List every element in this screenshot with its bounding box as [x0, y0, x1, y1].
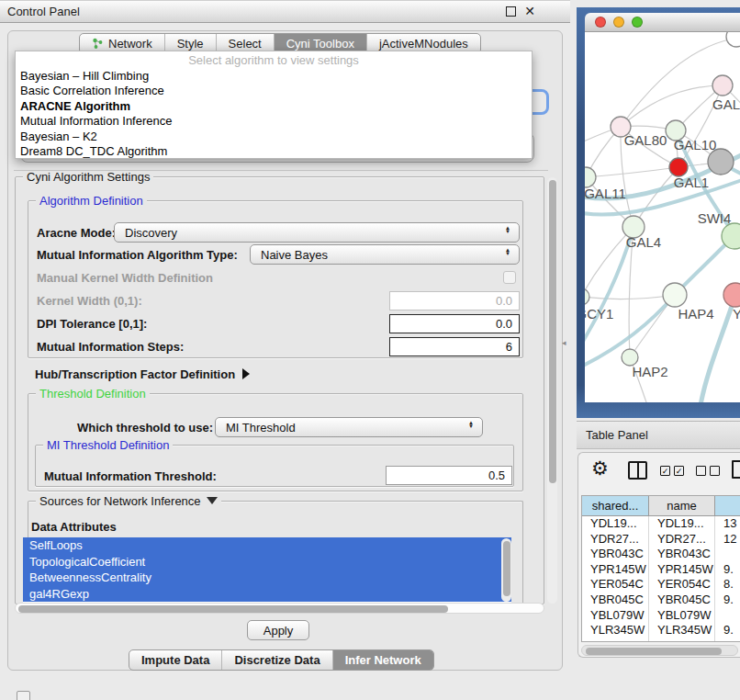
dpi-tolerance-field[interactable]: 0.0	[389, 314, 520, 333]
attribute-list-item[interactable]: SelfLoops	[23, 537, 511, 554]
data-attributes-label: Data Attributes	[31, 520, 117, 534]
split-columns-icon[interactable]	[628, 461, 647, 480]
expanded-arrow-icon	[207, 497, 218, 504]
table-cell: YDR27...	[582, 532, 648, 548]
sources-group-title[interactable]: Sources for Network Inference	[36, 494, 221, 508]
table-header-row: shared...name	[582, 496, 740, 516]
table-cell: 9.	[714, 593, 740, 608]
table-cell	[714, 547, 740, 562]
table-horizontal-scrollbar[interactable]	[581, 645, 738, 656]
close-icon[interactable]: ✕	[524, 6, 535, 17]
algorithm-option[interactable]: Bayesian – Hill Climbing	[16, 69, 532, 84]
checked-checkbox-icon[interactable]: ✓	[674, 466, 684, 476]
control-panel-titlebar: Control Panel ✕	[0, 0, 570, 23]
tab-discretize-data[interactable]: Discretize Data	[221, 650, 331, 670]
zoom-traffic-light-icon[interactable]	[632, 17, 643, 28]
table-row[interactable]: YIL052CYIL052C0	[582, 638, 740, 642]
network-edge[interactable]	[586, 167, 678, 177]
network-node-label: GAL1	[674, 175, 709, 190]
tab-infer-network[interactable]: Infer Network	[332, 650, 433, 670]
network-node-gal11[interactable]	[585, 167, 596, 187]
table-row[interactable]: YDL19...YDL19...13	[582, 516, 740, 532]
gear-icon[interactable]: ⚙	[591, 457, 609, 480]
tab-impute-data[interactable]: Impute Data	[129, 650, 221, 670]
table-row[interactable]: YBR043CYBR043C	[582, 547, 740, 562]
algorithm-dropdown-placeholder: Select algorithm to view settings	[16, 51, 532, 69]
table-cell: YBR045C	[648, 593, 714, 608]
which-threshold-select[interactable]: MI Threshold ▲▼	[215, 417, 483, 437]
network-node-label: GCY1	[585, 306, 613, 322]
corner-widget[interactable]	[17, 691, 30, 700]
table-row[interactable]: YER054CYER054C8.	[582, 577, 740, 593]
stepper-arrows-icon: ▲▼	[505, 226, 510, 233]
divider-line	[14, 170, 548, 171]
algorithm-option[interactable]: Basic Correlation Inference	[16, 84, 532, 98]
settings-vertical-scrollbar[interactable]	[547, 177, 557, 604]
table-panel-titlebar: Table Panel	[577, 421, 740, 449]
minimize-traffic-light-icon[interactable]	[613, 17, 624, 28]
mi-threshold-field[interactable]: 0.5	[386, 466, 512, 485]
kernel-width-field[interactable]: 0.0	[389, 291, 520, 310]
network-node-gal1[interactable]	[669, 158, 688, 176]
table-row[interactable]: YBL079WYBL079W	[582, 608, 740, 624]
aracne-mode-label: Aracne Mode:	[37, 226, 116, 240]
unchecked-checkbox-icon[interactable]	[696, 466, 706, 476]
network-node[interactable]	[708, 149, 734, 175]
data-attributes-list[interactable]: SelfLoopsTopologicalCoefficientBetweenne…	[23, 537, 511, 603]
network-node-hap4[interactable]	[663, 283, 687, 307]
network-node-gal[interactable]	[712, 75, 733, 96]
table-cell: YPR145W	[648, 562, 714, 578]
aracne-mode-select[interactable]: Discovery ▲▼	[114, 222, 520, 243]
mi-steps-field[interactable]: 6	[389, 337, 520, 356]
table-row[interactable]: YPR145WYPR145W9.	[582, 562, 740, 578]
manual-kernel-width-label: Manual Kernel Width Definition	[37, 271, 213, 285]
checked-checkbox-icon[interactable]: ✓	[660, 466, 670, 476]
table-cell: 12	[714, 532, 740, 548]
kernel-width-label: Kernel Width (0,1):	[37, 294, 142, 308]
network-node-label: Y	[733, 306, 740, 322]
float-window-icon[interactable]	[506, 6, 516, 17]
column-header[interactable]	[714, 496, 740, 515]
table-row[interactable]: YLR345WYLR345W9.	[582, 623, 740, 638]
attr-list-scrollbar[interactable]	[501, 538, 511, 602]
table-cell: YBR045C	[582, 593, 648, 608]
table-row[interactable]: YDR27...YDR27...12	[582, 532, 740, 548]
panel-divider-handle[interactable]: ◂	[562, 338, 566, 347]
table-cell: YBL079W	[648, 608, 714, 624]
network-view-window: GALGAL80GAL10GAL1GAL11SWI4GAL4GCY1HAP4YH…	[577, 7, 740, 418]
table-cell: 9.	[714, 623, 740, 638]
stepper-arrows-icon: ▲▼	[468, 421, 474, 428]
apply-button[interactable]: Apply	[247, 620, 309, 640]
network-canvas[interactable]: GALGAL80GAL10GAL1GAL11SWI4GAL4GCY1HAP4YH…	[585, 32, 740, 402]
algorithm-option[interactable]: Bayesian – K2	[16, 130, 532, 144]
unchecked-checkbox-icon[interactable]	[710, 466, 720, 476]
mi-algorithm-type-select[interactable]: Naive Bayes ▲▼	[250, 244, 520, 265]
network-node-gcy1[interactable]	[585, 288, 589, 305]
table-cell: YBR043C	[582, 547, 648, 562]
algorithm-dropdown-popup: Select algorithm to view settings Bayesi…	[15, 51, 533, 159]
table-cell: YBR043C	[648, 547, 714, 562]
network-node[interactable]	[726, 32, 740, 47]
column-header[interactable]: shared...	[582, 496, 648, 515]
network-node-y[interactable]	[723, 283, 740, 307]
stepper-arrows-icon: ▲▼	[505, 248, 510, 255]
attribute-list-item[interactable]: BetweennessCentrality	[23, 570, 511, 586]
column-header[interactable]: name	[648, 496, 714, 515]
table-cell: 9.	[714, 562, 740, 578]
settings-horizontal-scrollbar[interactable]	[15, 603, 544, 614]
attribute-list-item[interactable]: gal4RGexp	[23, 586, 511, 603]
hub-section-toggle[interactable]: Hub/Transcription Factor Definition	[35, 367, 250, 381]
attribute-list-item[interactable]: TopologicalCoefficient	[23, 554, 511, 570]
manual-kernel-width-checkbox[interactable]	[503, 271, 516, 284]
algorithm-option[interactable]: Mutual Information Inference	[16, 114, 532, 129]
network-window-titlebar[interactable]	[585, 13, 740, 32]
network-node-label: HAP2	[632, 364, 667, 379]
algorithm-option[interactable]: Dream8 DC_TDC Algorithm	[16, 144, 532, 159]
threshold-definition-title: Threshold Definition	[36, 387, 150, 401]
close-traffic-light-icon[interactable]	[595, 17, 606, 28]
algorithm-option[interactable]: ARACNE Algorithm	[16, 99, 532, 114]
table-row[interactable]: YBR045CYBR045C9.	[582, 593, 740, 608]
node-table[interactable]: shared...nameYDL19...YDL19...13YDR27...Y…	[581, 495, 740, 642]
mi-algorithm-type-label: Mutual Information Algorithm Type:	[37, 248, 238, 262]
document-icon[interactable]	[732, 460, 740, 479]
